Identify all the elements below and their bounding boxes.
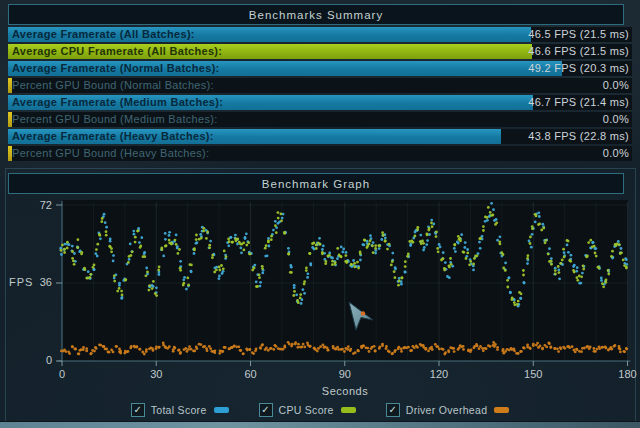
x-axis-ticks: 0306090120150180 (0, 368, 640, 381)
legend-checkbox[interactable]: ✓ (259, 403, 273, 417)
summary-row-label: Average CPU Framerate (All Batches): (12, 44, 222, 59)
x-axis-tick: 0 (59, 368, 65, 380)
x-axis-tick: 150 (524, 368, 542, 380)
summary-row-value: 0.0% (603, 146, 629, 161)
summary-row: Average Framerate (All Batches): 46.5 FP… (8, 27, 632, 42)
graph-panel-header: Benchmark Graph (8, 173, 624, 194)
summary-row-label: Average Framerate (All Batches): (12, 27, 195, 42)
summary-row: Percent GPU Bound (Heavy Batches): 0.0% (8, 146, 632, 161)
summary-row-label: Average Framerate (Normal Batches): (12, 61, 220, 76)
y-axis-tick-72: 72 (28, 199, 52, 211)
summary-title: Benchmarks Summary (249, 9, 383, 21)
summary-row: Percent GPU Bound (Normal Batches): 0.0% (8, 78, 632, 93)
legend-label: Total Score (151, 404, 207, 416)
legend-item: ✓ Total Score (131, 402, 229, 417)
x-axis-tick: 30 (150, 368, 162, 380)
summary-rows: Average Framerate (All Batches): 46.5 FP… (8, 27, 632, 163)
summary-row-value: 46.5 FPS (21.5 ms) (528, 27, 629, 42)
summary-panel-header: Benchmarks Summary (8, 4, 624, 25)
summary-row-value: 46.7 FPS (21.4 ms) (528, 95, 629, 110)
summary-row-label: Percent GPU Bound (Medium Batches): (12, 112, 218, 127)
summary-row-label: Average Framerate (Medium Batches): (12, 95, 223, 110)
legend-label: CPU Score (279, 404, 334, 416)
x-axis-tick: 60 (244, 368, 256, 380)
summary-row-value: 0.0% (603, 112, 629, 127)
x-axis-tick: 180 (618, 368, 636, 380)
y-axis-label: FPS (9, 276, 33, 288)
y-axis-tick-0: 0 (28, 354, 52, 366)
legend-checkbox[interactable]: ✓ (131, 403, 145, 417)
legend-color-swatch (341, 407, 356, 413)
graph-legend: ✓ Total Score ✓ CPU Score ✓ Driver Overh… (0, 402, 640, 417)
summary-row: Average CPU Framerate (All Batches): 46.… (8, 44, 632, 59)
graph-title: Benchmark Graph (262, 178, 370, 190)
legend-checkbox[interactable]: ✓ (386, 403, 400, 417)
legend-color-swatch (214, 407, 229, 413)
legend-item: ✓ CPU Score (259, 402, 356, 417)
bottom-edge-strip (0, 421, 640, 428)
legend-color-swatch (494, 407, 509, 413)
legend-label: Driver Overhead (406, 404, 488, 416)
summary-row-value: 49.2 FPS (20.3 ms) (528, 61, 629, 76)
summary-row-label: Percent GPU Bound (Normal Batches): (12, 78, 214, 93)
x-axis-tick: 90 (339, 368, 351, 380)
legend-item: ✓ Driver Overhead (386, 402, 510, 417)
summary-row: Average Framerate (Heavy Batches): 43.8 … (8, 129, 632, 144)
summary-row: Average Framerate (Normal Batches): 49.2… (8, 61, 632, 76)
summary-row-label: Average Framerate (Heavy Batches): (12, 129, 214, 144)
x-axis-tick: 120 (430, 368, 448, 380)
summary-row-value: 43.8 FPS (22.8 ms) (528, 129, 629, 144)
summary-row-value: 46.6 FPS (21.5 ms) (528, 44, 629, 59)
summary-row: Percent GPU Bound (Medium Batches): 0.0% (8, 112, 632, 127)
x-axis-label: Seconds (62, 385, 628, 397)
summary-row-label: Percent GPU Bound (Heavy Batches): (12, 146, 209, 161)
summary-row: Average Framerate (Medium Batches): 46.7… (8, 95, 632, 110)
summary-row-value: 0.0% (603, 78, 629, 93)
